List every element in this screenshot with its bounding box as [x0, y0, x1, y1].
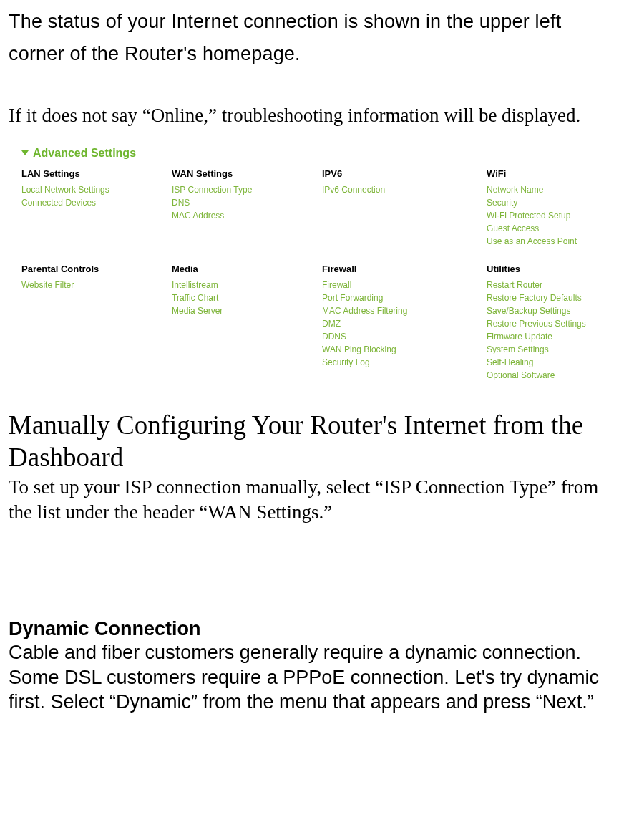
link-self-healing[interactable]: Self-Healing: [487, 356, 615, 369]
link-use-as-access-point[interactable]: Use as an Access Point: [487, 235, 615, 248]
col-wifi: WiFi Network Name Security Wi-Fi Protect…: [487, 168, 615, 248]
spacer: [9, 69, 615, 102]
link-media-server[interactable]: Media Server: [172, 304, 322, 317]
para-dynamic-connection: Cable and fiber customers generally requ…: [9, 640, 615, 715]
link-security-log[interactable]: Security Log: [322, 356, 487, 369]
advanced-settings-panel: Advanced Settings LAN Settings Local Net…: [9, 135, 615, 389]
link-dmz[interactable]: DMZ: [322, 317, 487, 330]
link-system-settings[interactable]: System Settings: [487, 343, 615, 356]
link-mac-address[interactable]: MAC Address: [172, 209, 322, 222]
link-dns[interactable]: DNS: [172, 196, 322, 209]
link-traffic-chart[interactable]: Traffic Chart: [172, 291, 322, 304]
document-page: The status of your Internet connection i…: [0, 6, 624, 729]
col-head-ipv6: IPV6: [322, 168, 487, 179]
link-isp-connection-type[interactable]: ISP Connection Type: [172, 183, 322, 196]
link-optional-software[interactable]: Optional Software: [487, 369, 615, 382]
col-head-wifi: WiFi: [487, 168, 615, 179]
col-head-firewall: Firewall: [322, 264, 487, 274]
col-parental: Parental Controls Website Filter: [21, 264, 172, 382]
link-wifi-protected-setup[interactable]: Wi-Fi Protected Setup: [487, 209, 615, 222]
intro-status-text: The status of your Internet connection i…: [9, 6, 615, 69]
link-ddns[interactable]: DDNS: [322, 330, 487, 343]
link-website-filter[interactable]: Website Filter: [21, 279, 172, 291]
spacer: [9, 525, 615, 618]
panel-title: Advanced Settings: [33, 147, 136, 160]
col-head-media: Media: [172, 264, 322, 274]
link-save-backup-settings[interactable]: Save/Backup Settings: [487, 304, 615, 317]
intro-troubleshoot-text: If it does not say “Online,” troubleshoo…: [9, 102, 615, 128]
col-ipv6: IPV6 IPv6 Connection: [322, 168, 487, 248]
link-mac-address-filtering[interactable]: MAC Address Filtering: [322, 304, 487, 317]
link-network-name[interactable]: Network Name: [487, 183, 615, 196]
link-local-network-settings[interactable]: Local Network Settings: [21, 183, 172, 196]
link-restore-factory-defaults[interactable]: Restore Factory Defaults: [487, 291, 615, 304]
caret-down-icon: [21, 150, 29, 155]
panel-title-row[interactable]: Advanced Settings: [21, 147, 615, 160]
col-head-parental: Parental Controls: [21, 264, 172, 274]
para-manual-config: To set up your ISP connection manually, …: [9, 475, 615, 525]
heading-dynamic-connection: Dynamic Connection: [9, 618, 615, 640]
link-security[interactable]: Security: [487, 196, 615, 209]
col-head-lan: LAN Settings: [21, 168, 172, 179]
heading-manual-config: Manually Configuring Your Router's Inter…: [9, 409, 615, 473]
link-firmware-update[interactable]: Firmware Update: [487, 330, 615, 343]
col-head-utilities: Utilities: [487, 264, 615, 274]
link-restore-previous-settings[interactable]: Restore Previous Settings: [487, 317, 615, 330]
col-utilities: Utilities Restart Router Restore Factory…: [487, 264, 615, 382]
link-restart-router[interactable]: Restart Router: [487, 279, 615, 291]
settings-grid: LAN Settings Local Network Settings Conn…: [21, 168, 615, 382]
col-firewall: Firewall Firewall Port Forwarding MAC Ad…: [322, 264, 487, 382]
link-intellistream[interactable]: Intellistream: [172, 279, 322, 291]
link-wan-ping-blocking[interactable]: WAN Ping Blocking: [322, 343, 487, 356]
link-connected-devices[interactable]: Connected Devices: [21, 196, 172, 209]
col-media: Media Intellistream Traffic Chart Media …: [172, 264, 322, 382]
link-port-forwarding[interactable]: Port Forwarding: [322, 291, 487, 304]
link-firewall[interactable]: Firewall: [322, 279, 487, 291]
link-ipv6-connection[interactable]: IPv6 Connection: [322, 183, 487, 196]
col-wan: WAN Settings ISP Connection Type DNS MAC…: [172, 168, 322, 248]
link-guest-access[interactable]: Guest Access: [487, 222, 615, 235]
col-lan: LAN Settings Local Network Settings Conn…: [21, 168, 172, 248]
col-head-wan: WAN Settings: [172, 168, 322, 179]
